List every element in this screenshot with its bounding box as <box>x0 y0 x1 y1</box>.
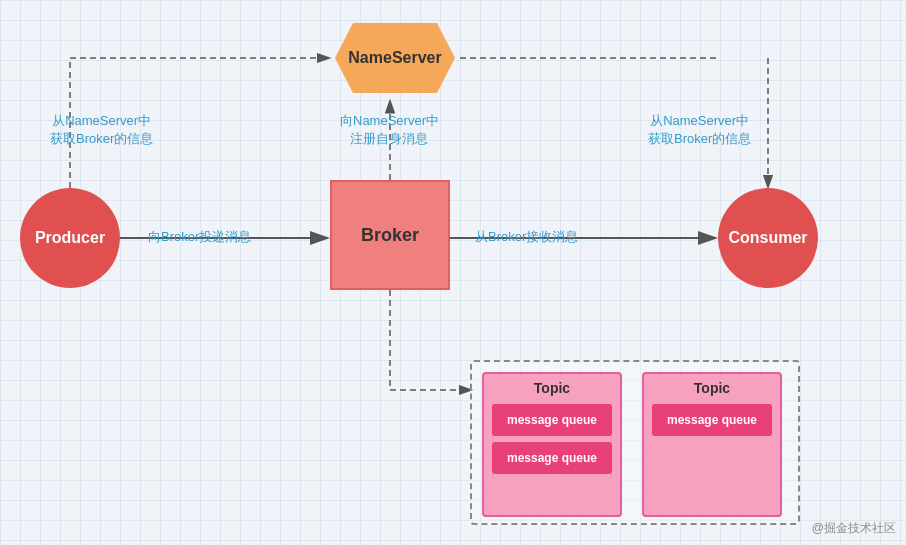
consumer-label: Consumer <box>728 229 807 247</box>
topic-box-2: Topic message queue <box>642 372 782 517</box>
nameserver-label: NameServer <box>348 49 441 67</box>
label-broker-consumer: 从Broker接收消息 <box>475 228 578 246</box>
nameserver-hex: NameServer <box>335 23 455 93</box>
producer-label: Producer <box>35 229 105 247</box>
diagram-container: NameServer Producer Broker Consumer 从Nam… <box>0 0 906 545</box>
nameserver-node: NameServer <box>330 18 460 98</box>
mq-box-1-1: message queue <box>492 404 612 436</box>
label-broker-ns: 向NameServer中注册自身消息 <box>340 112 439 148</box>
broker-node: Broker <box>330 180 450 290</box>
label-consumer-ns: 从NameServer中获取Broker的信息 <box>648 112 751 148</box>
label-producer-ns: 从NameServer中获取Broker的信息 <box>50 112 153 148</box>
topics-area: Topic message queue message queue Topic … <box>470 360 800 525</box>
broker-label: Broker <box>361 225 419 246</box>
mq-box-2-1: message queue <box>652 404 772 436</box>
watermark: @掘金技术社区 <box>812 520 896 537</box>
consumer-node: Consumer <box>718 188 818 288</box>
label-producer-broker: 向Broker投递消息 <box>148 228 251 246</box>
topic-label-1: Topic <box>534 380 570 396</box>
producer-node: Producer <box>20 188 120 288</box>
topic-label-2: Topic <box>694 380 730 396</box>
topic-box-1: Topic message queue message queue <box>482 372 622 517</box>
mq-box-1-2: message queue <box>492 442 612 474</box>
